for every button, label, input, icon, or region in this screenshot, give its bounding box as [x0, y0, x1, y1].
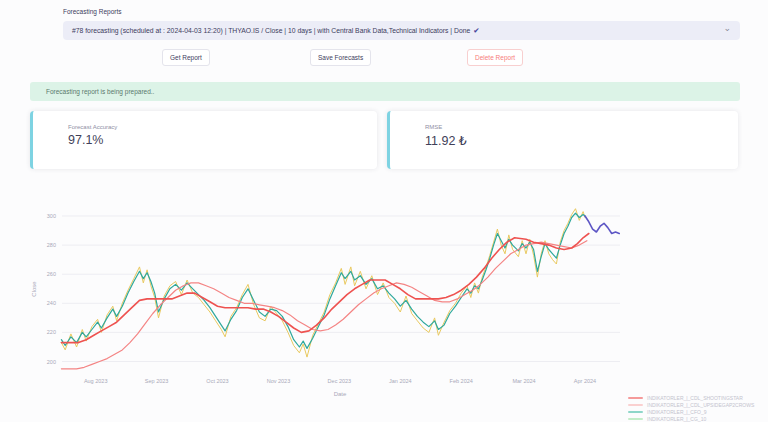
y-tick-label: 200: [47, 359, 56, 365]
x-axis-title: Date: [334, 391, 347, 397]
chart-legend: INDIKATORLER_|_CDL_SHOOTINGSTARINDIKATOR…: [628, 394, 763, 422]
x-tick-label: Dec 2023: [328, 378, 352, 384]
forecasting-reports-page: Forecasting Reports #78 forecasting (sch…: [0, 0, 768, 422]
legend-swatch-icon: [628, 397, 643, 399]
x-tick-label: Nov 2023: [267, 378, 291, 384]
done-check-icon: ✔: [473, 26, 479, 35]
legend-item[interactable]: INDIKATORLER_|_CFO_9: [628, 408, 763, 415]
report-select-value: #78 forecasting (scheduled at : 2024-04-…: [72, 27, 470, 34]
legend-item[interactable]: INDIKATORLER_|_CDL_SHOOTINGSTAR: [628, 394, 763, 401]
series-line: [61, 234, 588, 343]
y-tick-label: 280: [47, 242, 56, 248]
y-tick-label: 300: [47, 213, 56, 219]
metric-label: Forecast Accuracy: [68, 124, 377, 130]
series-line: [61, 209, 585, 357]
metric-value: 11.92 ₺: [425, 133, 738, 148]
legend-label: INDIKATORLER_|_CDL_UPSIDEGAP2CROWS: [647, 402, 754, 408]
legend-item[interactable]: INDIKATORLER_|_CG_10: [628, 416, 763, 422]
metric-label: RMSE: [425, 124, 738, 130]
forecast-accuracy-card: Forecast Accuracy 97.1%: [30, 111, 377, 169]
x-tick-label: Mar 2024: [512, 378, 535, 384]
rmse-card: RMSE 11.92 ₺: [387, 111, 738, 169]
x-tick-label: Sep 2023: [145, 378, 169, 384]
status-alert: Forecasting report is being prepared..: [30, 82, 740, 101]
legend-label: INDIKATORLER_|_CDL_SHOOTINGSTAR: [647, 395, 743, 401]
chevron-down-icon: ⌄: [723, 23, 731, 33]
chart-plot[interactable]: Close Date 200220240260280300Aug 2023Sep…: [0, 193, 768, 422]
legend-swatch-icon: [628, 418, 643, 420]
series-line: [61, 213, 585, 348]
series-line: [61, 241, 587, 369]
series-line: [585, 216, 619, 234]
legend-swatch-icon: [628, 404, 643, 406]
x-tick-label: Jan 2024: [389, 378, 412, 384]
report-select-dropdown[interactable]: #78 forecasting (scheduled at : 2024-04-…: [63, 21, 740, 40]
metric-value: 97.1%: [68, 133, 377, 147]
y-tick-label: 240: [47, 300, 56, 306]
x-tick-label: Apr 2024: [574, 378, 596, 384]
y-tick-label: 260: [47, 271, 56, 277]
legend-item[interactable]: INDIKATORLER_|_CDL_UPSIDEGAP2CROWS: [628, 401, 763, 408]
x-tick-label: Aug 2023: [84, 378, 108, 384]
get-report-button[interactable]: Get Report: [162, 49, 210, 66]
y-tick-label: 220: [47, 329, 56, 335]
y-axis-title: Close: [31, 281, 37, 297]
x-tick-label: Feb 2024: [450, 378, 473, 384]
legend-label: INDIKATORLER_|_CG_10: [647, 416, 706, 422]
legend-swatch-icon: [628, 411, 643, 413]
save-forecasts-button[interactable]: Save Forecasts: [310, 49, 371, 66]
legend-label: INDIKATORLER_|_CFO_9: [647, 409, 706, 415]
x-tick-label: Oct 2023: [206, 378, 228, 384]
status-alert-message: Forecasting report is being prepared..: [46, 88, 154, 95]
forecast-chart[interactable]: Close Date 200220240260280300Aug 2023Sep…: [0, 193, 768, 422]
page-title: Forecasting Reports: [63, 8, 122, 15]
delete-report-button[interactable]: Delete Report: [467, 49, 523, 66]
